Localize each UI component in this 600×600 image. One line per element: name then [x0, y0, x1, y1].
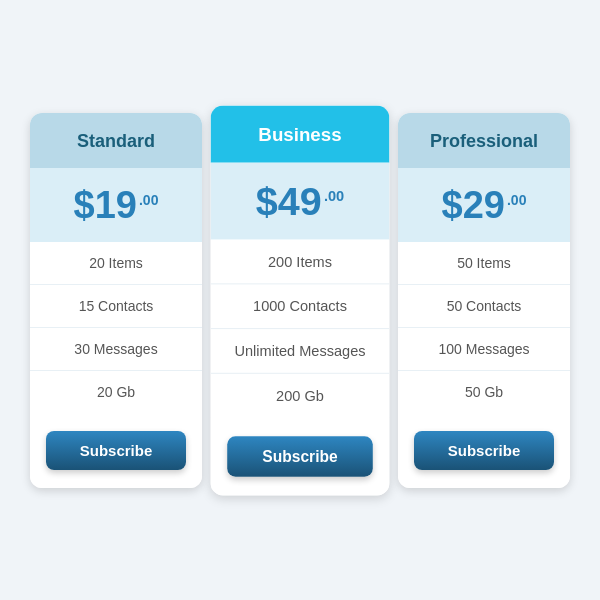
- plan-features-business: 200 Items1000 ContactsUnlimited Messages…: [211, 239, 390, 417]
- plan-card-professional: Professional$29.0050 Items50 Contacts100…: [398, 113, 570, 488]
- plan-price-section-professional: $29.00: [398, 168, 570, 242]
- feature-row-professional-2: 100 Messages: [398, 328, 570, 371]
- feature-row-standard-0: 20 Items: [30, 242, 202, 285]
- plan-title-business: Business: [221, 124, 379, 146]
- price-main-standard: $19: [74, 186, 137, 224]
- plan-title-professional: Professional: [408, 131, 560, 152]
- plan-footer-standard: Subscribe: [30, 413, 202, 488]
- price-main-professional: $29: [442, 186, 505, 224]
- price-cents-business: .00: [324, 187, 344, 204]
- feature-row-standard-3: 20 Gb: [30, 371, 202, 413]
- plan-title-standard: Standard: [40, 131, 192, 152]
- price-cents-standard: .00: [139, 192, 158, 208]
- feature-row-standard-1: 15 Contacts: [30, 285, 202, 328]
- price-main-business: $49: [256, 181, 322, 221]
- price-cents-professional: .00: [507, 192, 526, 208]
- plan-features-professional: 50 Items50 Contacts100 Messages50 Gb: [398, 242, 570, 413]
- plan-card-business: Business$49.00200 Items1000 ContactsUnli…: [211, 105, 390, 495]
- subscribe-button-business[interactable]: Subscribe: [227, 436, 373, 477]
- feature-row-professional-1: 50 Contacts: [398, 285, 570, 328]
- pricing-table: Standard$19.0020 Items15 Contacts30 Mess…: [10, 93, 590, 508]
- subscribe-button-professional[interactable]: Subscribe: [414, 431, 554, 470]
- plan-features-standard: 20 Items15 Contacts30 Messages20 Gb: [30, 242, 202, 413]
- feature-row-business-2: Unlimited Messages: [211, 329, 390, 374]
- plan-price-standard: $19.00: [74, 186, 159, 224]
- plan-price-section-business: $49.00: [211, 162, 390, 239]
- plan-header-standard: Standard: [30, 113, 202, 168]
- plan-header-business: Business: [211, 105, 390, 162]
- feature-row-professional-0: 50 Items: [398, 242, 570, 285]
- plan-price-business: $49.00: [256, 181, 344, 221]
- feature-row-standard-2: 30 Messages: [30, 328, 202, 371]
- plan-price-professional: $29.00: [442, 186, 527, 224]
- feature-row-business-0: 200 Items: [211, 239, 390, 284]
- plan-price-section-standard: $19.00: [30, 168, 202, 242]
- feature-row-professional-3: 50 Gb: [398, 371, 570, 413]
- plan-footer-business: Subscribe: [211, 417, 390, 495]
- plan-card-standard: Standard$19.0020 Items15 Contacts30 Mess…: [30, 113, 202, 488]
- subscribe-button-standard[interactable]: Subscribe: [46, 431, 186, 470]
- feature-row-business-1: 1000 Contacts: [211, 284, 390, 329]
- plan-header-professional: Professional: [398, 113, 570, 168]
- feature-row-business-3: 200 Gb: [211, 373, 390, 417]
- plan-footer-professional: Subscribe: [398, 413, 570, 488]
